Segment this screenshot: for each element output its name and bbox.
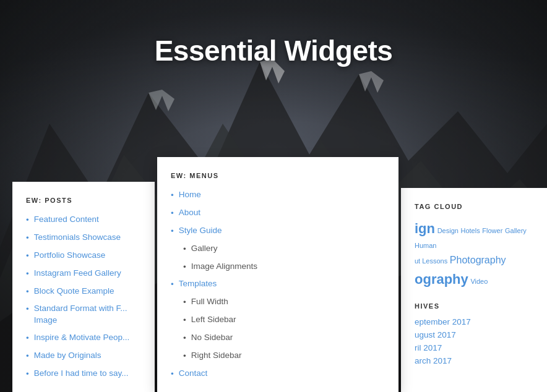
list-item: Templates bbox=[171, 278, 385, 291]
post-link[interactable]: Inspire & Motivate Peop... bbox=[34, 332, 130, 344]
tag-ography[interactable]: ography bbox=[415, 271, 468, 287]
menu-link[interactable]: Image Alignments bbox=[191, 261, 257, 273]
list-item: Inspire & Motivate Peop... bbox=[26, 332, 141, 344]
tag-lessons[interactable]: ut Lessons bbox=[415, 257, 447, 265]
tag-human[interactable]: Human bbox=[415, 242, 436, 249]
menus-card: EW: MENUS Home About Style Guide Gallery… bbox=[157, 157, 398, 392]
menu-link[interactable]: Right Sidebar bbox=[191, 350, 242, 362]
post-link[interactable]: Instagram Feed Gallery bbox=[34, 268, 121, 279]
menu-link[interactable]: Contact bbox=[179, 368, 208, 380]
list-item-sub: Image Alignments bbox=[183, 261, 385, 273]
archives-label: HIVES bbox=[415, 302, 542, 310]
list-item: Testimonials Showcase bbox=[26, 232, 141, 244]
tag-cloud-label: TAG CLOUD bbox=[415, 203, 542, 210]
post-link[interactable]: Block Quote Example bbox=[34, 286, 114, 297]
menu-link[interactable]: Home bbox=[179, 189, 201, 201]
post-link[interactable]: Testimonials Showcase bbox=[34, 232, 121, 244]
tag-gallery[interactable]: Gallery bbox=[505, 227, 527, 234]
archive-item[interactable]: arch 2017 bbox=[415, 356, 542, 365]
post-link[interactable]: Made by Originals bbox=[34, 350, 101, 362]
posts-card: EW: POSTS Featured Content Testimonials … bbox=[12, 182, 155, 392]
archive-item[interactable]: ugust 2017 bbox=[415, 330, 542, 339]
list-item: Instagram Feed Gallery bbox=[26, 268, 141, 280]
post-link[interactable]: Portfolio Showcase bbox=[34, 250, 106, 262]
menus-list: Home About Style Guide Gallery Image Ali… bbox=[171, 189, 385, 380]
tag-flower[interactable]: Flower bbox=[482, 227, 502, 234]
page-title-area: Essential Widgets bbox=[0, 34, 547, 67]
tag-photography[interactable]: Photography bbox=[450, 255, 506, 265]
menu-link[interactable]: Templates bbox=[179, 278, 217, 290]
archive-item[interactable]: eptember 2017 bbox=[415, 317, 542, 326]
posts-list: Featured Content Testimonials Showcase P… bbox=[26, 214, 141, 380]
archives-section: HIVES eptember 2017 ugust 2017 ril 2017 … bbox=[415, 302, 542, 365]
menu-link[interactable]: Full Width bbox=[191, 296, 228, 308]
page-title: Essential Widgets bbox=[0, 34, 547, 67]
post-link[interactable]: Featured Content bbox=[34, 214, 99, 226]
list-item: Featured Content bbox=[26, 214, 141, 226]
tag-design-small[interactable]: Design bbox=[437, 227, 459, 234]
list-item: Made by Originals bbox=[26, 350, 141, 362]
cards-area: EW: POSTS Featured Content Testimonials … bbox=[0, 157, 547, 392]
list-item: Home bbox=[171, 189, 385, 202]
menu-link[interactable]: Gallery bbox=[191, 243, 218, 255]
tag-design[interactable]: ign bbox=[415, 221, 435, 236]
archive-item[interactable]: ril 2017 bbox=[415, 343, 542, 352]
tag-hotels[interactable]: Hotels bbox=[461, 227, 480, 234]
list-item: Contact bbox=[171, 368, 385, 380]
tagcloud-card: TAG CLOUD ign Design Hotels Flower Galle… bbox=[401, 188, 547, 392]
list-item-sub: Left Sidebar bbox=[183, 314, 385, 326]
tag-cloud-section: TAG CLOUD ign Design Hotels Flower Galle… bbox=[415, 203, 542, 290]
list-item-sub: No Sidebar bbox=[183, 332, 385, 344]
menu-link[interactable]: Style Guide bbox=[179, 225, 222, 237]
list-item-sub: Gallery bbox=[183, 243, 385, 255]
list-item-sub: Full Width bbox=[183, 296, 385, 309]
list-item: Block Quote Example bbox=[26, 286, 141, 298]
post-link[interactable]: Standard Format with F...Image bbox=[34, 303, 127, 326]
tag-cloud-content: ign Design Hotels Flower Gallery Human u… bbox=[415, 218, 542, 290]
list-item: Standard Format with F...Image bbox=[26, 303, 141, 326]
menu-link[interactable]: Left Sidebar bbox=[191, 314, 236, 326]
list-item: Portfolio Showcase bbox=[26, 250, 141, 262]
list-item-sub: Right Sidebar bbox=[183, 350, 385, 362]
menus-card-label: EW: MENUS bbox=[171, 172, 385, 179]
list-item: Before I had time to say... bbox=[26, 368, 141, 380]
list-item: Style Guide bbox=[171, 225, 385, 237]
posts-card-label: EW: POSTS bbox=[26, 197, 141, 204]
tag-video[interactable]: Video bbox=[470, 278, 488, 285]
post-link[interactable]: Before I had time to say... bbox=[34, 368, 129, 380]
archive-list: eptember 2017 ugust 2017 ril 2017 arch 2… bbox=[415, 317, 542, 365]
menu-link[interactable]: No Sidebar bbox=[191, 332, 233, 344]
list-item: About bbox=[171, 207, 385, 219]
menu-link[interactable]: About bbox=[179, 207, 200, 219]
